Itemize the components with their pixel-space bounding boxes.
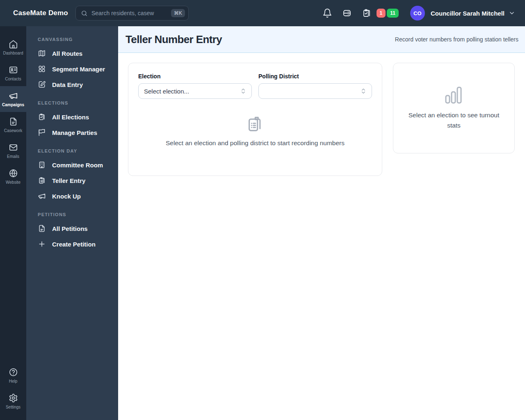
clipboard-check-icon <box>38 113 46 121</box>
sidebar-item-label: All Routes <box>52 50 82 57</box>
clipboard-list-icon <box>38 176 46 185</box>
sidebar-item-manage-parties[interactable]: Manage Parties <box>38 125 111 140</box>
rail-spacer <box>0 189 26 363</box>
rail-label: Dashboard <box>3 51 23 55</box>
turnout-stats-card: Select an election to see turnout stats <box>393 63 515 153</box>
empty-state-stats-text: Select an election to see turnout stats <box>404 110 504 130</box>
main-content: Teller Number Entry Record voter numbers… <box>118 26 525 420</box>
section-title: PETITIONS <box>38 212 111 217</box>
sidebar-item-committee-room[interactable]: Committee Room <box>38 157 111 173</box>
sidebar-section-canvassing: CANVASSING All Routes Segment Manager Da… <box>38 37 111 92</box>
sidebar: CANVASSING All Routes Segment Manager Da… <box>26 26 118 420</box>
sidebar-item-label: Segment Manager <box>52 66 105 73</box>
sidebar-item-label: All Elections <box>52 114 89 121</box>
sidebar-section-election-day: ELECTION DAY Committee Room Teller Entry… <box>38 148 111 204</box>
sidebar-item-label: All Petitions <box>52 225 88 232</box>
teller-entry-card: Election Select election... Polling Dist… <box>128 63 382 176</box>
sidebar-item-all-routes[interactable]: All Routes <box>38 46 111 61</box>
search-icon <box>81 10 88 17</box>
search-shortcut-kbd: ⌘K <box>171 9 185 17</box>
chevrons-up-down-icon <box>240 88 247 94</box>
rail-item-campaigns[interactable]: Campaigns <box>0 86 26 112</box>
sidebar-item-label: Data Entry <box>52 81 83 88</box>
top-bar: CaseMate Demo ⌘K 1 11 CO Councillor Sara… <box>0 0 525 26</box>
plus-icon <box>38 240 46 248</box>
election-label: Election <box>138 73 252 80</box>
election-field: Election Select election... <box>138 73 252 99</box>
rail-item-website[interactable]: Website <box>0 164 26 189</box>
megaphone-icon <box>9 91 18 100</box>
page-body: Election Select election... Polling Dist… <box>118 53 525 186</box>
sidebar-section-elections: ELECTIONS All Elections Manage Parties <box>38 100 111 140</box>
file-icon <box>38 224 46 233</box>
polling-district-select[interactable] <box>258 83 372 99</box>
polling-district-label: Polling District <box>258 73 372 80</box>
flag-icon <box>38 128 46 137</box>
rail-label: Settings <box>6 405 21 409</box>
mail-icon <box>9 143 18 152</box>
icon-rail: Dashboard Contacts Campaigns Casework Em… <box>0 26 26 420</box>
sidebar-item-label: Manage Parties <box>52 129 97 136</box>
page-header: Teller Number Entry Record voter numbers… <box>118 26 525 53</box>
rail-label: Campaigns <box>2 103 24 107</box>
chevrons-up-down-icon <box>360 88 367 94</box>
page-title: Teller Number Entry <box>126 33 222 46</box>
section-title: ELECTIONS <box>38 100 111 105</box>
election-select-value: Select election... <box>144 88 189 95</box>
sidebar-item-label: Create Petition <box>52 241 96 248</box>
bell-icon[interactable] <box>322 8 332 18</box>
file-icon <box>9 117 18 126</box>
rail-label: Casework <box>4 128 22 133</box>
globe-icon <box>9 169 18 178</box>
rail-label: Website <box>6 180 21 185</box>
megaphone-icon <box>38 192 46 200</box>
sidebar-item-data-entry[interactable]: Data Entry <box>38 77 111 92</box>
avatar[interactable]: CO <box>410 6 425 21</box>
contact-card-icon <box>9 65 18 75</box>
alert-count-badge[interactable]: 1 <box>377 9 386 18</box>
edit-pencil-icon <box>38 80 46 89</box>
rail-item-settings[interactable]: Settings <box>0 388 26 414</box>
rail-label: Contacts <box>5 77 21 81</box>
sidebar-item-label: Teller Entry <box>52 177 85 184</box>
sidebar-section-petitions: PETITIONS All Petitions Create Petition <box>38 212 111 252</box>
user-name: Councillor Sarah Mitchell <box>431 10 504 17</box>
map-icon <box>38 49 46 57</box>
section-title: CANVASSING <box>38 37 111 42</box>
bar-chart-icon <box>444 86 464 105</box>
sidebar-item-segment-manager[interactable]: Segment Manager <box>38 61 111 77</box>
rail-item-emails[interactable]: Emails <box>0 138 26 164</box>
sidebar-item-label: Committee Room <box>52 162 103 169</box>
topbar-actions: 1 11 CO Councillor Sarah Mitchell <box>322 6 515 21</box>
app-window: CaseMate Demo ⌘K 1 11 CO Councillor Sara… <box>0 0 525 420</box>
server-icon[interactable] <box>342 8 352 18</box>
search-box[interactable]: ⌘K <box>75 6 189 21</box>
page-subtitle: Record voter numbers from polling statio… <box>395 36 518 43</box>
success-count-badge[interactable]: 11 <box>387 9 399 18</box>
election-select[interactable]: Select election... <box>138 83 252 99</box>
sidebar-item-knock-up[interactable]: Knock Up <box>38 188 111 204</box>
sidebar-item-all-petitions[interactable]: All Petitions <box>38 221 111 236</box>
polling-district-field: Polling District <box>258 73 372 99</box>
rail-item-dashboard[interactable]: Dashboard <box>0 34 26 60</box>
home-icon <box>9 39 18 49</box>
clipboard-stack-icon <box>246 115 265 134</box>
gear-icon <box>9 393 18 403</box>
rail-item-casework[interactable]: Casework <box>0 112 26 138</box>
rail-label: Emails <box>7 154 19 159</box>
grid-icon <box>38 65 46 73</box>
clipboard-check-icon[interactable] <box>362 8 372 18</box>
sidebar-item-label: Knock Up <box>52 193 81 200</box>
building-icon <box>38 161 46 169</box>
empty-state-main: Select an election and polling district … <box>138 115 372 147</box>
chevron-down-icon[interactable] <box>509 10 515 16</box>
rail-item-contacts[interactable]: Contacts <box>0 60 26 86</box>
empty-state-main-text: Select an election and polling district … <box>166 139 345 147</box>
rail-item-help[interactable]: Help <box>0 363 26 388</box>
search-input[interactable] <box>91 10 171 16</box>
sidebar-item-teller-entry[interactable]: Teller Entry <box>38 173 111 188</box>
sidebar-item-all-elections[interactable]: All Elections <box>38 109 111 125</box>
sidebar-item-create-petition[interactable]: Create Petition <box>38 236 111 252</box>
section-title: ELECTION DAY <box>38 148 111 153</box>
help-circle-icon <box>9 368 18 377</box>
